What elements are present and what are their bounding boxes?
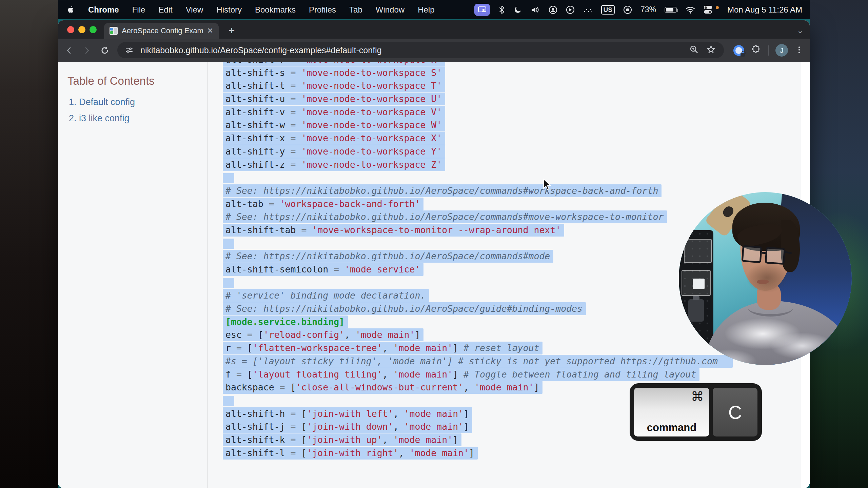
- code-line[interactable]: alt-shift-t = 'move-node-to-workspace T': [225, 79, 733, 93]
- keystroke-dots-icon[interactable]: [583, 6, 593, 14]
- chrome-menu-kebab-icon[interactable]: [795, 45, 804, 56]
- code-line[interactable]: [225, 237, 733, 250]
- wifi-icon[interactable]: [685, 6, 695, 14]
- code-line[interactable]: [mode.service.binding]: [225, 316, 733, 329]
- command-symbol: ⌘: [691, 389, 704, 404]
- code-line[interactable]: alt-tab = 'workspace-back-and-forth': [225, 198, 733, 211]
- focus-moon-icon[interactable]: [514, 5, 522, 14]
- code-line[interactable]: # 'service' binding mode declaration.: [225, 289, 733, 302]
- presenter-glasses: [741, 245, 787, 267]
- code-line[interactable]: alt-shift-w = 'move-node-to-workspace W': [225, 119, 733, 132]
- menu-bar-clock[interactable]: Mon Aug 5 11:26 AM: [727, 5, 802, 15]
- c-keycap: C: [713, 388, 757, 436]
- code-line[interactable]: alt-shift-tab = 'move-workspace-to-monit…: [225, 224, 733, 237]
- code-line[interactable]: r = ['flatten-workspace-tree', 'mode mai…: [225, 342, 733, 355]
- menu-item-file[interactable]: File: [132, 5, 145, 15]
- menu-item-view[interactable]: View: [186, 5, 203, 15]
- extensions-puzzle-icon[interactable]: [751, 45, 761, 56]
- bookmark-star-icon[interactable]: [706, 45, 716, 56]
- toc-title: Table of Contents: [67, 75, 155, 87]
- mouse-cursor: [542, 179, 553, 192]
- c-key-label: C: [713, 388, 757, 436]
- new-tab-button[interactable]: +: [225, 24, 238, 37]
- webcam-overlay: ιιι·: [679, 192, 852, 365]
- window-minimize-button[interactable]: [78, 26, 85, 33]
- toc-link[interactable]: 2. i3 like config: [69, 113, 135, 124]
- code-line[interactable]: # See: https://nikitabobko.github.io/Aer…: [225, 184, 733, 198]
- input-source-badge[interactable]: US: [601, 5, 615, 15]
- tab-close-icon[interactable]: ✕: [207, 26, 213, 35]
- menu-item-edit[interactable]: Edit: [158, 5, 172, 15]
- menu-item-window[interactable]: Window: [376, 5, 405, 15]
- volume-icon[interactable]: [531, 6, 540, 14]
- menu-item-bookmarks[interactable]: Bookmarks: [255, 5, 296, 15]
- mic-in-use-dot: [716, 6, 719, 9]
- window-zoom-button[interactable]: [90, 26, 97, 33]
- tab-aerospace-config-examples[interactable]: AeroSpace Config Examples ✕: [104, 23, 219, 39]
- code-line[interactable]: esc = ['reload-config', 'mode main']: [225, 328, 733, 342]
- tab-strip: AeroSpace Config Examples ✕ + ⌄: [58, 20, 810, 39]
- battery-icon: [665, 7, 677, 13]
- user-status-icon[interactable]: [549, 5, 557, 14]
- profile-avatar[interactable]: J: [775, 44, 788, 57]
- url-text: nikitabobko.github.io/AeroSpace/config-e…: [140, 45, 382, 55]
- menu-item-tab[interactable]: Tab: [349, 5, 362, 15]
- desktop-wallpaper-left: [0, 0, 58, 488]
- address-bar[interactable]: nikitabobko.github.io/AeroSpace/config-e…: [117, 42, 724, 58]
- toc-links: 1. Default config2. i3 like config: [69, 97, 135, 124]
- command-label: command: [634, 422, 709, 434]
- keystroke-overlay: ⌘ command C: [630, 383, 762, 441]
- screen-record-stop-icon[interactable]: [623, 5, 632, 14]
- apple-logo-icon[interactable]: [67, 5, 75, 14]
- macos-menu-bar: Chrome FileEditViewHistoryBookmarksProfi…: [58, 0, 810, 19]
- play-status-icon[interactable]: [566, 5, 575, 14]
- code-line[interactable]: alt-shift-y = 'move-node-to-workspace Y': [225, 145, 733, 158]
- menu-item-help[interactable]: Help: [418, 5, 434, 15]
- toolbar-divider: [768, 45, 769, 56]
- code-line[interactable]: # See: https://nikitabobko.github.io/Aer…: [225, 210, 733, 224]
- code-line[interactable]: [225, 276, 733, 289]
- code-line[interactable]: alt-shift-l = ['join-with right', 'mode …: [225, 447, 733, 460]
- code-line[interactable]: f = ['layout floating tiling', 'mode mai…: [225, 368, 733, 381]
- window-close-button[interactable]: [67, 26, 74, 33]
- code-line[interactable]: alt-shift-semicolon = 'mode service': [225, 263, 733, 276]
- code-line[interactable]: alt-shift-s = 'move-node-to-workspace S': [225, 66, 733, 80]
- screen-sharing-icon[interactable]: [474, 4, 490, 16]
- menu-item-chrome[interactable]: Chrome: [88, 5, 119, 15]
- control-center-icon[interactable]: [704, 6, 712, 14]
- menu-item-history[interactable]: History: [216, 5, 242, 15]
- site-info-icon[interactable]: [123, 44, 136, 57]
- password-extension-icon[interactable]: [733, 45, 744, 56]
- reload-button[interactable]: [97, 39, 112, 62]
- code-line[interactable]: alt-shift-z = 'move-node-to-workspace Z': [225, 158, 733, 171]
- battery-percent-label: 73%: [640, 5, 656, 14]
- code-line[interactable]: #s = ['layout sticky tiling', 'mode main…: [225, 355, 733, 368]
- toc-link[interactable]: 1. Default config: [69, 97, 135, 107]
- code-line[interactable]: alt-shift-u = 'move-node-to-workspace U': [225, 93, 733, 106]
- tab-search-chevron-icon[interactable]: ⌄: [797, 26, 804, 35]
- code-line[interactable]: alt-shift-x = 'move-node-to-workspace X': [225, 132, 733, 145]
- command-keycap: ⌘ command: [634, 388, 709, 436]
- code-line[interactable]: # See: https://nikitabobko.github.io/Aer…: [225, 302, 733, 316]
- back-button[interactable]: [62, 39, 77, 62]
- code-line[interactable]: alt-shift-v = 'move-node-to-workspace V': [225, 106, 733, 119]
- code-line[interactable]: # See: https://nikitabobko.github.io/Aer…: [225, 250, 733, 263]
- zoom-page-icon[interactable]: [689, 45, 699, 56]
- code-line[interactable]: [225, 171, 733, 184]
- tab-title: AeroSpace Config Examples: [122, 26, 203, 35]
- bluetooth-icon[interactable]: [498, 5, 505, 14]
- browser-toolbar: nikitabobko.github.io/AeroSpace/config-e…: [58, 39, 810, 62]
- forward-button[interactable]: [79, 39, 94, 62]
- menu-item-profiles[interactable]: Profiles: [309, 5, 336, 15]
- toc-sidebar: Table of Contents 1. Default config2. i3…: [58, 62, 208, 488]
- site-favicon: [110, 27, 118, 35]
